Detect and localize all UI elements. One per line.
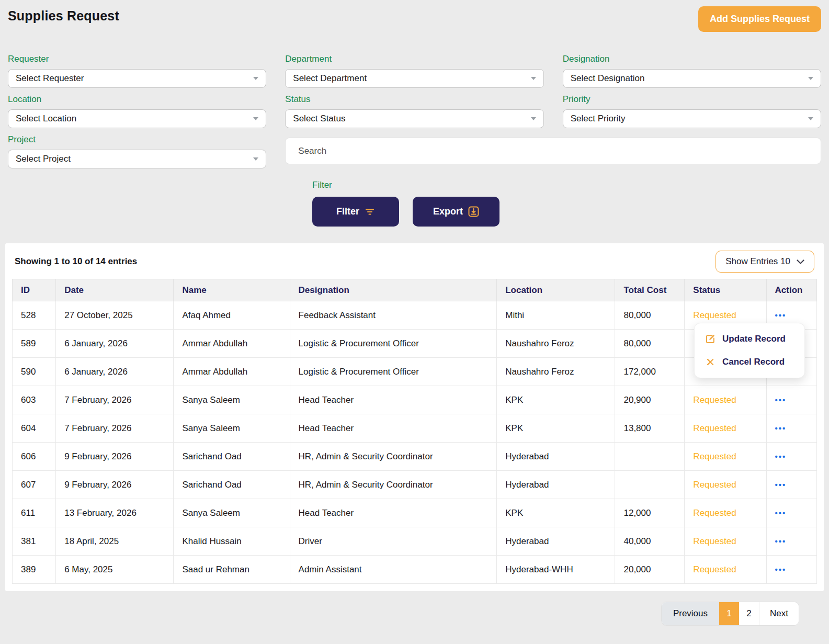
cell-designation: Logistic & Procurement Officer (290, 358, 497, 386)
cell-date: 6 January, 2026 (56, 330, 174, 358)
department-select-value: Select Department (293, 73, 367, 84)
cell-action: ••• (766, 443, 816, 471)
department-select[interactable]: Select Department (285, 69, 543, 88)
cell-id: 528 (13, 301, 56, 330)
row-actions-button[interactable]: ••• (775, 537, 787, 546)
location-label: Location (8, 94, 266, 105)
supplies-request-page: Supplies Request Add Supplies Request Re… (0, 0, 829, 626)
cell-name: Ammar Abdullah (174, 358, 290, 386)
cell-designation: Feedback Assistant (290, 301, 497, 330)
designation-select[interactable]: Select Designation (563, 69, 821, 88)
cell-date: 27 October, 2025 (56, 301, 174, 330)
table-row: 604 7 February, 2026 Sanya Saleem Head T… (13, 414, 817, 443)
caret-down-icon (808, 77, 813, 80)
cell-name: Sanya Saleem (174, 414, 290, 443)
cell-total-cost: 80,000 (615, 330, 685, 358)
priority-select[interactable]: Select Priority (563, 109, 821, 128)
cancel-record-label: Cancel Record (722, 357, 785, 367)
cell-total-cost: 40,000 (615, 527, 685, 556)
row-actions-button[interactable]: ••• (775, 311, 787, 320)
row-actions-button[interactable]: ••• (775, 452, 787, 461)
cell-name: Afaq Ahmed (174, 301, 290, 330)
cancel-record-menu-item[interactable]: Cancel Record (695, 351, 804, 374)
filter-lines-icon (365, 208, 375, 216)
add-supplies-request-button[interactable]: Add Supplies Request (698, 6, 821, 32)
cell-status: Requested (685, 499, 766, 527)
pagination: Previous 1 2 Next (8, 591, 821, 626)
caret-down-icon (253, 77, 258, 80)
showing-entries-text: Showing 1 to 10 of 14 entries (15, 256, 137, 267)
update-record-menu-item[interactable]: Update Record (695, 327, 804, 351)
column-header-status: Status (685, 279, 766, 301)
table-row: 611 13 February, 2026 Sanya Saleem Head … (13, 499, 817, 527)
filter-actions: Filter Filter Export (312, 180, 821, 227)
search-input[interactable] (285, 138, 821, 164)
cell-action: ••• (766, 556, 816, 584)
cell-status: Requested (685, 556, 766, 584)
table-row: 389 6 May, 2025 Saad ur Rehman Admin Ass… (13, 556, 817, 584)
show-entries-dropdown[interactable]: Show Entries 10 (716, 251, 814, 273)
column-header-designation: Designation (290, 279, 497, 301)
previous-page-button[interactable]: Previous (662, 602, 719, 625)
export-button[interactable]: Export (413, 197, 499, 227)
row-actions-button[interactable]: ••• (775, 509, 787, 517)
project-select[interactable]: Select Project (8, 150, 266, 168)
page-2-button[interactable]: 2 (739, 602, 759, 625)
cell-name: Sanya Saleem (174, 386, 290, 414)
next-page-button[interactable]: Next (759, 602, 799, 625)
cell-date: 6 January, 2026 (56, 358, 174, 386)
project-select-value: Select Project (16, 154, 71, 164)
cell-location: Naushahro Feroz (497, 358, 615, 386)
cell-id: 603 (13, 386, 56, 414)
location-select-value: Select Location (16, 114, 76, 124)
row-actions-button[interactable]: ••• (775, 480, 787, 489)
column-header-date: Date (56, 279, 174, 301)
table-row: 606 9 February, 2026 Sarichand Oad HR, A… (13, 443, 817, 471)
cell-date: 9 February, 2026 (56, 443, 174, 471)
page-1-button[interactable]: 1 (719, 602, 739, 625)
caret-down-icon (531, 117, 536, 120)
cell-id: 604 (13, 414, 56, 443)
cell-id: 389 (13, 556, 56, 584)
cell-action: ••• (766, 499, 816, 527)
cell-location: KPK (497, 386, 615, 414)
filter-button[interactable]: Filter (312, 197, 399, 227)
cell-name: Sarichand Oad (174, 471, 290, 499)
location-select[interactable]: Select Location (8, 109, 266, 128)
row-actions-button[interactable]: ••• (775, 565, 787, 574)
cell-total-cost: 20,900 (615, 386, 685, 414)
cell-id: 607 (13, 471, 56, 499)
caret-down-icon (531, 77, 536, 80)
cell-name: Sarichand Oad (174, 443, 290, 471)
cell-designation: HR, Admin & Security Coordinator (290, 471, 497, 499)
status-select-value: Select Status (293, 114, 345, 124)
requester-select[interactable]: Select Requester (8, 69, 266, 88)
table-header-row: ID Date Name Designation Location Total … (13, 279, 817, 301)
cell-status: Requested (685, 414, 766, 443)
requester-label: Requester (8, 54, 266, 64)
show-entries-label: Show Entries 10 (725, 256, 790, 267)
export-button-label: Export (433, 206, 463, 217)
cell-designation: Head Teacher (290, 414, 497, 443)
filter-field-project: Project Select Project (8, 131, 266, 168)
cell-date: 13 February, 2026 (56, 499, 174, 527)
table-row: 603 7 February, 2026 Sanya Saleem Head T… (13, 386, 817, 414)
row-actions-button[interactable]: ••• (775, 424, 787, 433)
status-select[interactable]: Select Status (285, 109, 543, 128)
cell-location: Hyderabad-WHH (497, 556, 615, 584)
status-label: Status (285, 94, 543, 105)
cell-date: 18 April, 2025 (56, 527, 174, 556)
caret-down-icon (253, 157, 258, 161)
table-row: 381 18 April, 2025 Khalid Hussain Driver… (13, 527, 817, 556)
row-actions-button[interactable]: ••• (775, 396, 787, 404)
cell-action: ••• (766, 414, 816, 443)
filter-field-location: Location Select Location (8, 91, 266, 128)
cell-designation: Admin Assistant (290, 556, 497, 584)
top-bar: Supplies Request Add Supplies Request (8, 6, 821, 32)
department-label: Department (285, 54, 543, 64)
row-actions-menu: Update Record Cancel Record (694, 323, 805, 378)
cell-date: 7 February, 2026 (56, 386, 174, 414)
filter-field-department: Department Select Department (285, 51, 543, 88)
cell-action: ••• (766, 527, 816, 556)
cell-designation: Driver (290, 527, 497, 556)
